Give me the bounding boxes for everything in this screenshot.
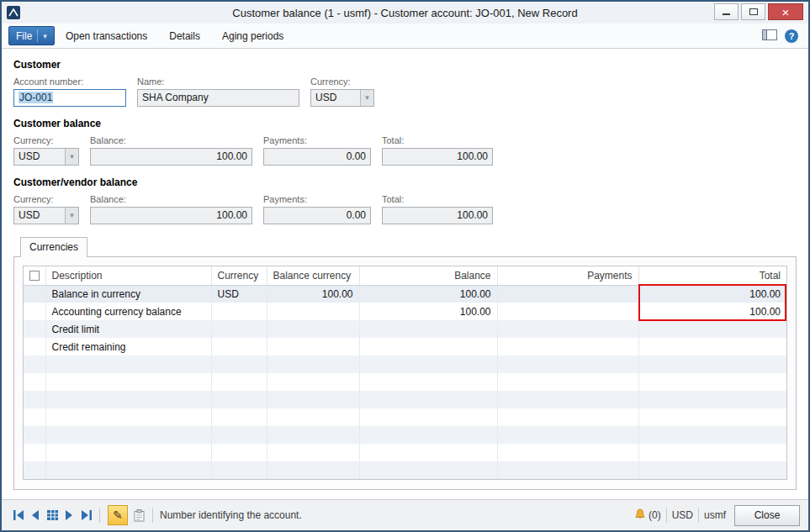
- total-field-group: Total: 100.00: [382, 135, 493, 166]
- section-heading-customer-balance: Customer balance: [13, 118, 797, 129]
- column-header-balance-currency: Balance currency: [267, 266, 359, 285]
- name-label: Name:: [137, 76, 299, 87]
- menu-item-aging-periods[interactable]: Aging periods: [211, 30, 294, 42]
- menu-item-open-transactions[interactable]: Open transactions: [55, 30, 158, 42]
- menu-item-details[interactable]: Details: [158, 30, 211, 42]
- statusbar-right: (0) USD usmf Close: [634, 505, 800, 526]
- grid-header-row: Description Currency Balance currency Ba…: [24, 266, 786, 285]
- cv-currency-field-group: Currency: USD ▾: [13, 194, 79, 224]
- table-row[interactable]: Balance in currency USD 100.00 100.00 10…: [24, 285, 786, 303]
- section-heading-customer-vendor-balance: Customer/vendor balance: [13, 176, 797, 188]
- table-row[interactable]: [24, 444, 786, 461]
- balance-field-group: Balance: 100.00: [90, 135, 252, 166]
- account-number-input[interactable]: JO-001: [13, 89, 126, 107]
- previous-record-button[interactable]: [27, 506, 44, 524]
- cv-balance-field-group: Balance: 100.00: [90, 194, 252, 224]
- next-record-button[interactable]: [61, 506, 77, 524]
- chevron-down-icon: ▾: [43, 32, 47, 40]
- window-title: Customer balance (1 - usmf) - Customer a…: [2, 7, 808, 19]
- cv-balance-label: Balance:: [90, 194, 252, 204]
- payments-input[interactable]: 0.00: [263, 148, 371, 166]
- column-header-description: Description: [45, 266, 211, 285]
- edit-record-button[interactable]: ✎: [108, 505, 128, 525]
- minimize-icon: [723, 13, 730, 15]
- balance-currency-field-group: Currency: USD ▾: [13, 135, 79, 166]
- cv-total-field-group: Total: 100.00: [382, 194, 493, 224]
- titlebar: Customer balance (1 - usmf) - Customer a…: [2, 2, 808, 24]
- balance-currency-label: Currency:: [13, 135, 79, 145]
- pencil-icon: ✎: [113, 508, 123, 522]
- statusbar-divider: [99, 508, 100, 523]
- grid-view-button[interactable]: [44, 506, 61, 524]
- select-all-checkbox[interactable]: [29, 271, 40, 281]
- table-row[interactable]: [24, 426, 786, 444]
- paste-button[interactable]: [130, 506, 147, 524]
- cv-total-input[interactable]: 100.00: [382, 207, 493, 224]
- help-icon[interactable]: ?: [785, 29, 798, 43]
- balance-input[interactable]: 100.00: [90, 148, 252, 166]
- statusbar-divider: [666, 508, 667, 523]
- account-number-value: JO-001: [19, 92, 53, 103]
- customer-balance-field-row: Currency: USD ▾ Balance: 100.00 Payments…: [13, 135, 797, 166]
- form-content: Customer Account number: JO-001 Name: SH…: [2, 49, 808, 499]
- currencies-grid: Description Currency Balance currency Ba…: [23, 266, 787, 480]
- balance-label: Balance:: [90, 135, 252, 145]
- table-row[interactable]: Accounting currency balance 100.00 100.0…: [24, 303, 786, 320]
- cv-currency-select[interactable]: USD ▾: [13, 207, 79, 224]
- chevron-down-icon[interactable]: ▾: [65, 149, 78, 165]
- bell-icon: [634, 508, 646, 523]
- file-menu-divider: [37, 29, 38, 42]
- payments-label: Payments:: [263, 135, 371, 145]
- chevron-down-icon[interactable]: ▾: [360, 90, 373, 106]
- close-window-button[interactable]: ×: [768, 3, 803, 20]
- menubar-right: ?: [762, 29, 802, 44]
- table-row[interactable]: Credit limit: [24, 320, 786, 338]
- customer-vendor-balance-field-row: Currency: USD ▾ Balance: 100.00 Payments…: [13, 194, 797, 224]
- chevron-down-icon[interactable]: ▾: [65, 208, 78, 224]
- cv-balance-input[interactable]: 100.00: [90, 207, 252, 224]
- status-currency: USD: [672, 509, 693, 521]
- customer-currency-value: USD: [315, 92, 336, 103]
- account-number-label: Account number:: [13, 76, 126, 87]
- maximize-icon: [749, 8, 758, 15]
- file-menu-label: File: [16, 30, 32, 42]
- column-header-total: Total: [638, 266, 786, 285]
- column-header-balance: Balance: [359, 266, 497, 285]
- file-menu-button[interactable]: File ▾: [8, 26, 55, 45]
- customer-field-row: Account number: JO-001 Name: SHA Company…: [13, 76, 797, 107]
- cv-payments-input[interactable]: 0.00: [263, 207, 371, 224]
- table-row[interactable]: [24, 373, 786, 391]
- name-input[interactable]: SHA Company: [137, 89, 299, 107]
- window-controls: ×: [714, 3, 803, 20]
- table-row[interactable]: [24, 408, 786, 426]
- first-record-button[interactable]: [10, 506, 27, 524]
- total-label: Total:: [382, 135, 493, 145]
- tabstrip: Currencies: [13, 236, 797, 256]
- cv-total-label: Total:: [382, 194, 493, 204]
- statusbar: ✎ Number identifying the account. (0) US…: [2, 499, 808, 530]
- column-header-currency: Currency: [211, 266, 267, 285]
- column-header-payments: Payments: [497, 266, 638, 285]
- close-button[interactable]: Close: [734, 505, 800, 526]
- maximize-button[interactable]: [741, 3, 765, 20]
- table-row[interactable]: [24, 356, 786, 373]
- customer-currency-field-group: Currency: USD ▾: [310, 76, 374, 107]
- table-row[interactable]: Credit remaining: [24, 338, 786, 356]
- table-row[interactable]: [24, 391, 786, 408]
- notifications-count: (0): [649, 509, 661, 521]
- last-record-button[interactable]: [77, 506, 94, 524]
- customer-currency-label: Currency:: [310, 76, 374, 87]
- customer-balance-window: Customer balance (1 - usmf) - Customer a…: [0, 0, 810, 532]
- table-row[interactable]: [24, 461, 786, 479]
- account-number-field-group: Account number: JO-001: [13, 76, 126, 107]
- tab-currencies[interactable]: Currencies: [20, 237, 87, 257]
- total-input[interactable]: 100.00: [382, 148, 493, 166]
- status-help-text: Number identifying the account.: [160, 509, 302, 521]
- statusbar-divider: [152, 508, 153, 523]
- customer-currency-select[interactable]: USD ▾: [310, 89, 374, 107]
- balance-currency-value: USD: [19, 150, 40, 162]
- minimize-button[interactable]: [714, 3, 739, 20]
- balance-currency-select[interactable]: USD ▾: [13, 148, 79, 166]
- notifications-button[interactable]: (0): [634, 508, 661, 523]
- window-layout-icon[interactable]: [762, 29, 777, 44]
